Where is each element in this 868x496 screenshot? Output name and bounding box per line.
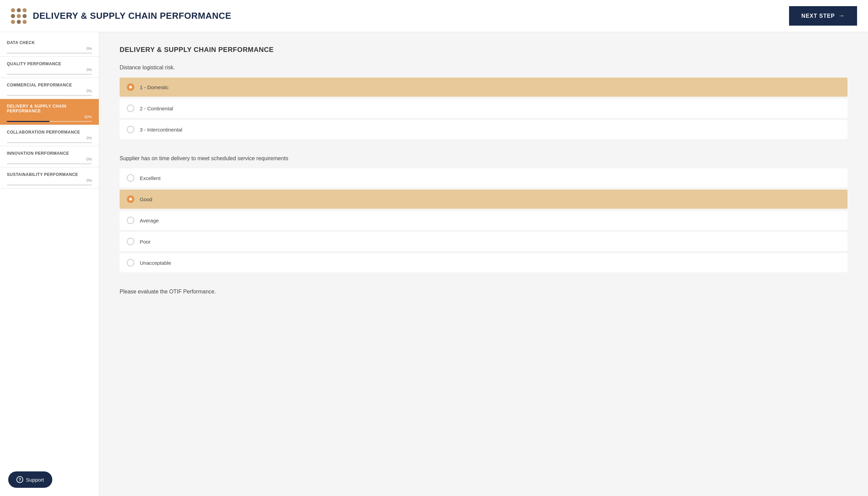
content-area: DELIVERY & SUPPLY CHAIN PERFORMANCE Dist… xyxy=(99,32,868,496)
radio-option-label-1-0: Excellent xyxy=(140,175,161,181)
next-step-button[interactable]: NEXT STEP → xyxy=(789,6,857,26)
sidebar-item-6[interactable]: SUSTAINABILITY PERFORMANCE0% xyxy=(0,167,99,189)
question-label-2: Please evaluate the OTIF Performance. xyxy=(120,289,847,295)
radio-option-0-1[interactable]: 2 - Continental xyxy=(120,99,847,118)
radio-inner-0-0 xyxy=(129,86,132,88)
next-step-label: NEXT STEP xyxy=(801,13,835,19)
progress-bar-track-0 xyxy=(7,53,92,54)
sidebar-item-label-3: DELIVERY & SUPPLY CHAIN PERFORMANCE xyxy=(7,104,92,113)
question-block-0: Distance logistical risk.1 - Domestic2 -… xyxy=(120,65,847,139)
radio-option-label-1-2: Average xyxy=(140,218,159,223)
radio-option-1-3[interactable]: Poor xyxy=(120,232,847,251)
radio-option-label-1-4: Unacceptable xyxy=(140,260,171,266)
radio-circle-0-0 xyxy=(127,83,134,91)
sidebar-item-1[interactable]: QUALITY PERFORMANCE0% xyxy=(0,57,99,78)
radio-option-0-2[interactable]: 3 - Intercontinental xyxy=(120,120,847,139)
sidebar-item-3[interactable]: DELIVERY & SUPPLY CHAIN PERFORMANCE50% xyxy=(0,99,99,125)
header: DELIVERY & SUPPLY CHAIN PERFORMANCE NEXT… xyxy=(0,0,868,32)
sidebar-item-2[interactable]: COMMERCIAL PERFORMANCE0% xyxy=(0,78,99,99)
sidebar-item-4[interactable]: COLLABORATION PERFORMANCE0% xyxy=(0,125,99,146)
sidebar-item-label-6: SUSTAINABILITY PERFORMANCE xyxy=(7,172,92,177)
progress-bar-track-5 xyxy=(7,163,92,164)
dot-3 xyxy=(23,8,27,12)
questions-container: Distance logistical risk.1 - Domestic2 -… xyxy=(120,65,847,295)
radio-option-label-0-1: 2 - Continental xyxy=(140,106,173,111)
progress-bar-track-6 xyxy=(7,184,92,185)
sidebar-item-progress-4: 0% xyxy=(7,136,92,140)
question-block-1: Supplier has on time delivery to meet sc… xyxy=(120,155,847,272)
radio-option-label-1-3: Poor xyxy=(140,239,151,245)
radio-option-1-2[interactable]: Average xyxy=(120,211,847,230)
radio-option-1-4[interactable]: Unacceptable xyxy=(120,253,847,272)
sidebar-item-0[interactable]: DATA CHECK0% xyxy=(0,36,99,57)
dot-5 xyxy=(17,14,21,18)
sidebar: DATA CHECK0%QUALITY PERFORMANCE0%COMMERC… xyxy=(0,32,99,496)
header-left: DELIVERY & SUPPLY CHAIN PERFORMANCE xyxy=(11,8,231,24)
sidebar-item-label-1: QUALITY PERFORMANCE xyxy=(7,61,92,66)
radio-circle-1-1 xyxy=(127,195,134,203)
page-title: DELIVERY & SUPPLY CHAIN PERFORMANCE xyxy=(33,11,231,21)
dot-7 xyxy=(11,20,15,24)
dot-4 xyxy=(11,14,15,18)
radio-option-label-1-1: Good xyxy=(140,196,152,202)
dot-6 xyxy=(23,14,27,18)
sidebar-item-label-4: COLLABORATION PERFORMANCE xyxy=(7,130,92,135)
sidebar-item-progress-2: 0% xyxy=(7,89,92,93)
progress-bar-fill-3 xyxy=(7,121,50,122)
question-label-0: Distance logistical risk. xyxy=(120,65,847,71)
radio-option-1-0[interactable]: Excellent xyxy=(120,168,847,188)
radio-circle-1-2 xyxy=(127,217,134,224)
sidebar-item-progress-5: 0% xyxy=(7,157,92,161)
radio-circle-1-4 xyxy=(127,259,134,266)
main-layout: DATA CHECK0%QUALITY PERFORMANCE0%COMMERC… xyxy=(0,32,868,496)
content-title: DELIVERY & SUPPLY CHAIN PERFORMANCE xyxy=(120,46,847,54)
sidebar-item-label-0: DATA CHECK xyxy=(7,40,92,45)
progress-bar-track-1 xyxy=(7,74,92,75)
question-block-2: Please evaluate the OTIF Performance. xyxy=(120,289,847,295)
dot-1 xyxy=(11,8,15,12)
support-label: Support xyxy=(26,477,44,483)
progress-bar-track-4 xyxy=(7,142,92,143)
sidebar-item-progress-1: 0% xyxy=(7,68,92,72)
dot-2 xyxy=(17,8,21,12)
dot-8 xyxy=(17,20,21,24)
sidebar-item-label-2: COMMERCIAL PERFORMANCE xyxy=(7,83,92,87)
progress-bar-track-2 xyxy=(7,95,92,96)
arrow-right-icon: → xyxy=(838,12,845,19)
dot-9 xyxy=(23,20,27,24)
radio-circle-1-0 xyxy=(127,174,134,182)
radio-circle-0-1 xyxy=(127,105,134,112)
support-button[interactable]: ? Support xyxy=(8,471,52,488)
logo xyxy=(11,8,27,24)
radio-inner-1-1 xyxy=(129,198,132,201)
radio-option-0-0[interactable]: 1 - Domestic xyxy=(120,78,847,97)
radio-option-label-0-0: 1 - Domestic xyxy=(140,84,168,90)
radio-circle-0-2 xyxy=(127,126,134,133)
radio-circle-1-3 xyxy=(127,238,134,245)
support-icon: ? xyxy=(16,476,23,483)
sidebar-item-progress-0: 0% xyxy=(7,46,92,51)
sidebar-item-5[interactable]: INNOVATION PERFORMANCE0% xyxy=(0,146,99,167)
sidebar-item-progress-6: 0% xyxy=(7,178,92,182)
progress-bar-track-3 xyxy=(7,121,92,122)
radio-option-label-0-2: 3 - Intercontinental xyxy=(140,127,182,133)
sidebar-item-progress-3: 50% xyxy=(7,115,92,119)
radio-option-1-1[interactable]: Good xyxy=(120,190,847,209)
sidebar-item-label-5: INNOVATION PERFORMANCE xyxy=(7,151,92,156)
question-label-1: Supplier has on time delivery to meet sc… xyxy=(120,155,847,162)
